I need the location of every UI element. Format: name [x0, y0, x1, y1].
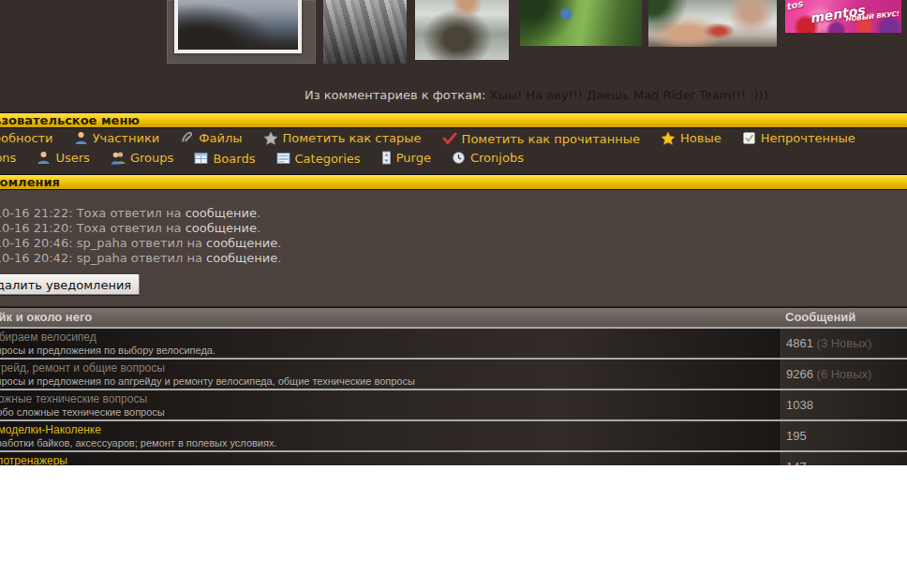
menu-label: Участники: [93, 131, 160, 145]
notification-item: 2010-10-16 20:42: sp_paha ответил на соо…: [0, 251, 907, 266]
menu-label: Cronjobs: [470, 151, 524, 165]
board-link[interactable]: Сложные технические вопросы: [0, 392, 779, 406]
messages-column-header: Сообщений: [779, 308, 907, 327]
notification-time: 2010-10-16 20:46:: [0, 236, 73, 250]
notification-suffix: .: [257, 221, 260, 235]
person-icon: [37, 151, 51, 165]
clear-notifications-button[interactable]: Удалить уведомления: [0, 274, 140, 295]
message-count-cell: 1038: [779, 390, 907, 419]
empty-page-area: [0, 465, 907, 588]
menu-label: Purge: [396, 151, 431, 165]
board-link[interactable]: Самоделки-Наколенке: [0, 423, 779, 437]
forum-cell: Апгрейд, ремонт и общие вопросы Вопросы …: [0, 360, 779, 389]
menu-item-unread[interactable]: Непрочтенные: [742, 131, 855, 145]
menu-label: Users: [55, 151, 89, 165]
mentos-ad-banner[interactable]: tos mentos НОВЫЙ ВКУС!: [785, 0, 901, 33]
photo-comment-line: Из комментариев к фоткам: Хыы! На аву!!!…: [305, 88, 768, 102]
forest-cyclists-photo[interactable]: [520, 0, 642, 46]
notification-action: ответил на: [110, 206, 181, 220]
board-link[interactable]: Выбираем велосипед: [0, 331, 779, 345]
notification-suffix: .: [277, 236, 281, 250]
menu-label: Подробности: [0, 131, 53, 145]
check-red-icon: [442, 132, 457, 145]
board-link[interactable]: Велотренажеры: [0, 454, 779, 465]
message-link[interactable]: сообщение: [206, 251, 277, 265]
notification-suffix: .: [257, 206, 260, 220]
menu-label: Новые: [680, 131, 721, 145]
menu-item-new[interactable]: Новые: [661, 131, 721, 145]
forum-page: tos mentos НОВЫЙ ВКУС! Из комментариев к…: [0, 0, 907, 588]
star-yellow-icon: [661, 131, 676, 145]
forum-header-row: Байк и около него Сообщений: [0, 308, 907, 329]
menu-item-users[interactable]: Users: [37, 151, 89, 165]
sea-rocks-photo[interactable]: [174, 0, 302, 53]
paperclip-icon: [180, 131, 194, 145]
new-messages-badge: (3 Новых): [817, 336, 872, 350]
forum-cell: Выбираем велосипед Вопросы и предложения…: [0, 329, 779, 358]
thumbnail-sea-rocks-selected[interactable]: [167, 0, 316, 64]
notifications-section: 2010-10-16 21:22: Тоха ответил на сообще…: [0, 190, 907, 306]
notification-time: 2010-10-16 20:42:: [0, 251, 73, 265]
board-description: Особо сложные технические вопросы: [0, 406, 779, 419]
forum-row: Велотренажеры 147: [0, 452, 907, 465]
message-link[interactable]: сообщение: [186, 221, 257, 235]
notification-time: 2010-10-16 21:20:: [0, 221, 73, 235]
star-gray-icon: [263, 131, 278, 145]
river-rapids-people-photo[interactable]: [648, 0, 777, 47]
menu-item-details[interactable]: Подробности: [0, 131, 53, 145]
notification-action: ответил на: [131, 236, 202, 250]
boards-icon: [194, 152, 208, 165]
stream-rock-photo[interactable]: [415, 0, 509, 60]
message-count-cell: 4861 (3 Новых): [779, 329, 907, 358]
menu-label: Sessions: [0, 151, 16, 165]
forum-cell: Сложные технические вопросы Особо сложны…: [0, 390, 779, 419]
menu-item-groups[interactable]: Groups: [111, 151, 173, 165]
menu-label: Файлы: [199, 131, 242, 145]
message-count-cell: 195: [779, 421, 907, 450]
message-link[interactable]: сообщение: [186, 206, 257, 220]
forum-row: Самоделки-Наколенке Доработки байков, ак…: [0, 421, 907, 452]
menu-label: Пометить как прочитанные: [462, 132, 640, 146]
notification-user: sp_paha: [77, 236, 127, 250]
board-description: Вопросы и предложения по выбору велосипе…: [0, 345, 779, 357]
menu-item-boards[interactable]: Boards: [194, 152, 255, 166]
clock-icon: [452, 151, 466, 165]
photo-strip: tos mentos НОВЫЙ ВКУС! Из комментариев к…: [0, 0, 907, 112]
menu-item-purge[interactable]: Purge: [381, 151, 431, 165]
board-description: Вопросы и предложения по апгрейду и ремо…: [0, 375, 779, 388]
bw-building-photo[interactable]: [323, 0, 407, 64]
message-count: 4861: [786, 336, 813, 350]
new-messages-badge: (6 Новых): [817, 367, 872, 381]
menu-item-cronjobs[interactable]: Cronjobs: [452, 151, 524, 165]
menu-item-mark-old[interactable]: Пометить как старые: [263, 131, 422, 145]
board-description: Доработки байков, аксессуаров; ремонт в …: [0, 437, 779, 449]
mentos-logo-small: tos: [785, 0, 804, 12]
notification-user: Тоха: [77, 206, 107, 220]
notification-item: 2010-10-16 21:22: Тоха ответил на сообще…: [0, 206, 907, 221]
notification-time: 2010-10-16 21:22:: [0, 206, 73, 220]
board-link[interactable]: Апгрейд, ремонт и общие вопросы: [0, 361, 779, 375]
categories-icon: [276, 152, 290, 165]
forum-cell: Велотренажеры: [0, 452, 779, 465]
message-link[interactable]: сообщение: [206, 236, 277, 250]
menu-label: Непрочтенные: [761, 131, 855, 145]
menu-item-members[interactable]: Участники: [74, 131, 160, 145]
menu-item-sessions[interactable]: Sessions: [0, 151, 16, 165]
message-count-cell: 9266 (6 Новых): [779, 360, 907, 389]
notification-user: Тоха: [77, 221, 107, 235]
menu-row-2: Sessions Users Groups Boards Categories …: [0, 148, 907, 168]
user-menu-bar: Пользовательское меню: [0, 112, 907, 128]
notification-suffix: .: [277, 251, 281, 265]
menu-item-categories[interactable]: Categories: [276, 152, 361, 166]
forum-row: Выбираем велосипед Вопросы и предложения…: [0, 329, 907, 360]
forum-board-table: Байк и около него Сообщений Выбираем вел…: [0, 306, 907, 465]
menu-label: Categories: [295, 152, 361, 166]
forum-category-title-cell: Байк и около него: [0, 308, 779, 327]
admin-menu: Подробности Участники Файлы Пометить как…: [0, 128, 907, 174]
purge-icon: [381, 151, 392, 165]
menu-item-mark-read[interactable]: Пометить как прочитанные: [442, 132, 640, 146]
menu-item-files[interactable]: Файлы: [180, 131, 242, 145]
notification-user: sp_paha: [77, 251, 127, 265]
group-icon: [111, 151, 126, 165]
notification-action: ответил на: [131, 251, 202, 265]
